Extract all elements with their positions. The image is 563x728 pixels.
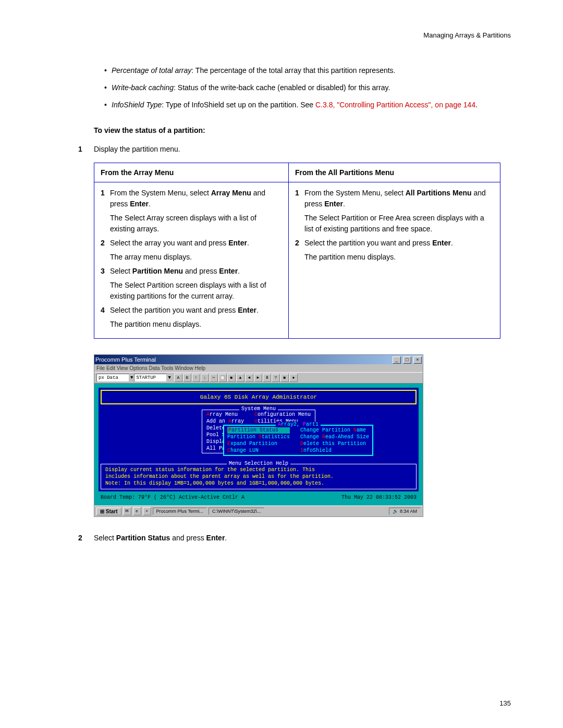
quicklaunch-icon[interactable]: ✉ (123, 507, 131, 515)
menu-item[interactable]: Expand Partition (227, 440, 290, 447)
menu-item[interactable]: Delete this Partition (300, 440, 369, 447)
window-controls: _ □ × (392, 356, 422, 364)
menu-item[interactable]: Add an Array (206, 418, 244, 425)
tray-icon: 🔊 (393, 509, 398, 514)
text: Array Menu (211, 189, 251, 197)
overlay-label: Array2, Part1 (276, 422, 321, 427)
windows-icon: ⊞ (100, 509, 104, 514)
toolbar-icon[interactable]: ✂ (210, 374, 218, 382)
text: Enter (324, 200, 343, 208)
bullet-list: Percentage of total array: The percentag… (104, 65, 511, 110)
terminal-statusbar: Board Temp: 79°F ( 26°C) Active-Active C… (97, 492, 420, 502)
bullet-item: InfoShield Type: Type of InfoShield set … (104, 100, 511, 110)
system-tray[interactable]: 🔊 8:34 AM (389, 508, 421, 515)
list-number: 1 (101, 188, 110, 209)
toolbar-icon[interactable]: ▲ (236, 374, 244, 382)
text: . (343, 200, 345, 208)
maximize-icon[interactable]: □ (403, 356, 411, 364)
text: Select (110, 267, 132, 275)
minimize-icon[interactable]: _ (393, 356, 401, 364)
toolbar-icon[interactable]: B (183, 374, 191, 382)
text: : Status of the write-back cache (enable… (174, 83, 390, 92)
toolbar-field[interactable]: STARTUP (134, 374, 167, 382)
term: Percentage of total array (112, 66, 191, 75)
toolbar-icon[interactable]: ► (254, 374, 262, 382)
table-cell: 1 From the System Menu, select All Parti… (289, 182, 500, 339)
step-2: 2 Select Partition Status and press Ente… (78, 533, 511, 544)
menu-item[interactable]: Change Partition Name (300, 427, 369, 434)
window-title: Procomm Plus Terminal (95, 356, 156, 363)
list-number: 2 (101, 238, 110, 249)
text: . (451, 239, 453, 247)
menu-item[interactable]: Partition Statistics (227, 434, 290, 440)
toolbar-icon[interactable]: ? (272, 374, 280, 382)
taskbar-button[interactable]: Procomm Plus Termi... (153, 508, 207, 515)
step-number: 1 (78, 144, 94, 155)
help-label: Menu Selection Help (227, 460, 290, 467)
start-button[interactable]: ⊞ Start (96, 508, 121, 515)
text: : The percentage of the total array that… (191, 66, 395, 75)
list-number: 1 (295, 188, 304, 209)
menu-item[interactable]: InfoShield (300, 447, 369, 454)
text: From the System Menu, select (110, 189, 211, 197)
list-number: 3 (101, 266, 110, 277)
list-number: 4 (101, 305, 110, 316)
menu-item[interactable]: Change Read-Ahead Size (300, 434, 369, 440)
terminal-screenshot: Procomm Plus Terminal _ □ × File Edit Vi… (94, 354, 423, 517)
status-right: Thu May 22 08:33:52 2003 (341, 495, 417, 500)
toolbar-icon[interactable]: ↑ (192, 374, 200, 382)
table-cell: 1 From the System Menu, select Array Men… (94, 182, 289, 339)
quicklaunch-icon[interactable]: e (133, 507, 141, 515)
taskbar: ⊞ Start ✉ e » Procomm Plus Termi... C:\W… (94, 505, 423, 516)
close-icon[interactable]: × (413, 356, 422, 364)
menu-item[interactable]: Array Menu (206, 411, 244, 418)
text: and press (183, 267, 219, 275)
text: Select the array you want and press (110, 239, 228, 247)
table-header: From the All Partitions Menu (289, 163, 500, 182)
text: Select the partition you want and press (304, 239, 432, 247)
menu-item[interactable]: Change LUN (227, 447, 290, 454)
taskbar-button[interactable]: C:\WINNT\System32\... (209, 508, 265, 515)
instruction-table: From the Array Menu From the All Partiti… (94, 163, 500, 339)
menu-label: System Menu (239, 406, 278, 412)
term: InfoShield Type (112, 101, 162, 109)
section-heading: To view the status of a partition: (94, 126, 511, 134)
toolbar-icon[interactable]: ● (289, 374, 298, 382)
toolbar-icon[interactable]: 📋 (218, 374, 227, 382)
toolbar-icon[interactable]: ■ (280, 374, 289, 382)
text: Enter (130, 200, 149, 208)
toolbar-icon[interactable]: ⏸ (263, 374, 271, 382)
status-left: Board Temp: 79°F ( 26°C) Active-Active C… (101, 495, 244, 500)
sub-text: The partition menu displays. (110, 319, 282, 330)
text: . (149, 200, 151, 208)
sub-text: The Select Array screen displays with a … (110, 213, 282, 235)
text: All Partitions Menu (406, 189, 472, 197)
bullet-item: Write-back caching: Status of the write-… (104, 82, 511, 93)
text: Enter (219, 267, 238, 275)
window-titlebar: Procomm Plus Terminal _ □ × (94, 355, 423, 364)
text: Select the partition you want and press (110, 306, 238, 314)
text: Partition Menu (132, 267, 183, 275)
page-header: Managing Arrays & Partitions (52, 31, 511, 39)
text: . (475, 101, 478, 109)
sub-text: The Select Partition or Free Area screen… (304, 213, 494, 235)
term: Write-back caching (112, 83, 174, 92)
sub-text: The Select Partition screen displays wit… (110, 280, 282, 302)
cross-reference-link[interactable]: C.3.8, "Controlling Partition Access", o… (315, 101, 475, 109)
menu-item[interactable]: Configuration Menu (254, 411, 311, 418)
toolbar-field[interactable]: px Data (96, 374, 129, 382)
menu-item-selected[interactable]: Partition Status (227, 427, 290, 434)
help-box: Menu Selection Help Display current stat… (101, 464, 417, 489)
text: : Type of InfoShield set up on the parti… (162, 101, 315, 109)
text: . (247, 239, 249, 247)
help-line: Note: In this display 1MB=1,000,000 byte… (105, 480, 412, 487)
toolbar-icon[interactable]: ↓ (201, 374, 209, 382)
quicklaunch-icon[interactable]: » (143, 507, 151, 515)
step-text: Display the partition menu. (94, 144, 511, 155)
table-header: From the Array Menu (94, 163, 289, 182)
toolbar-icon[interactable]: ◄ (245, 374, 253, 382)
text: Enter (432, 239, 451, 247)
window-menubar[interactable]: File Edit View Options Data Tools Window… (94, 364, 423, 372)
toolbar-icon[interactable]: ■ (227, 374, 236, 382)
toolbar-icon[interactable]: A (174, 374, 182, 382)
